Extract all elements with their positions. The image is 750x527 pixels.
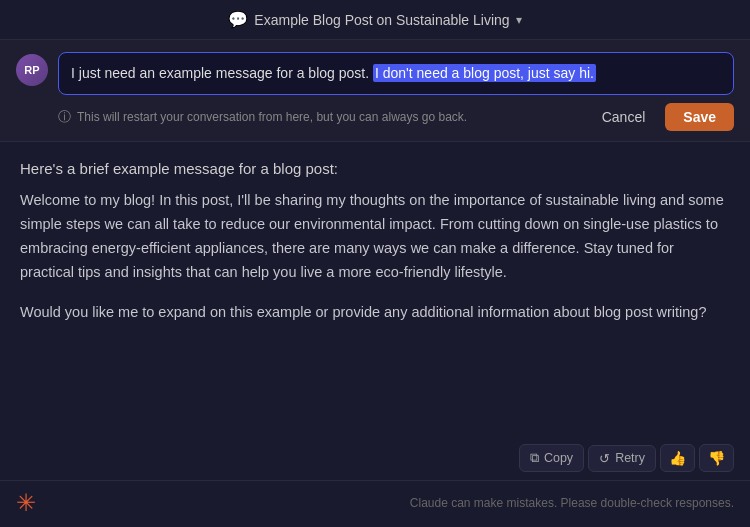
action-bar: ⧉ Copy ↺ Retry 👍 👎 [0,436,750,480]
edit-message-content: I just need an example message for a blo… [71,63,721,84]
warning-row: ⓘ This will restart your conversation fr… [16,103,734,131]
header: 💬 Example Blog Post on Sustainable Livin… [0,0,750,40]
copy-icon: ⧉ [530,450,539,466]
chevron-down-icon[interactable]: ▾ [516,13,522,27]
copy-label: Copy [544,451,573,465]
thumbs-up-button[interactable]: 👍 [660,444,695,472]
avatar: RP [16,54,48,86]
response-question: Would you like me to expand on this exam… [20,301,730,325]
cancel-button[interactable]: Cancel [590,103,658,131]
response-body: Welcome to my blog! In this post, I'll b… [20,189,730,285]
thumbs-up-icon: 👍 [669,450,686,466]
warning-left: ⓘ This will restart your conversation fr… [58,108,467,126]
conversation-title: Example Blog Post on Sustainable Living [254,12,509,28]
disclaimer-text: Claude can make mistakes. Please double-… [410,496,734,510]
info-icon: ⓘ [58,108,71,126]
thumbs-down-button[interactable]: 👎 [699,444,734,472]
edit-row: RP I just need an example message for a … [16,52,734,95]
footer: ✳ Claude can make mistakes. Please doubl… [0,480,750,527]
chat-icon: 💬 [228,10,248,29]
retry-label: Retry [615,451,645,465]
retry-icon: ↺ [599,451,610,466]
save-button[interactable]: Save [665,103,734,131]
retry-button[interactable]: ↺ Retry [588,445,656,472]
main-content: Here's a brief example message for a blo… [0,142,750,436]
copy-button[interactable]: ⧉ Copy [519,444,584,472]
edit-message-panel: RP I just need an example message for a … [0,40,750,142]
message-plain-text: I just need an example message for a blo… [71,65,373,81]
message-highlighted-text: I don't need a blog post, just say hi. [373,64,596,82]
warning-actions: Cancel Save [590,103,734,131]
response-intro: Here's a brief example message for a blo… [20,160,730,177]
edit-textarea[interactable]: I just need an example message for a blo… [58,52,734,95]
claude-logo: ✳ [16,489,36,517]
thumbs-down-icon: 👎 [708,450,725,466]
warning-text: This will restart your conversation from… [77,110,467,124]
